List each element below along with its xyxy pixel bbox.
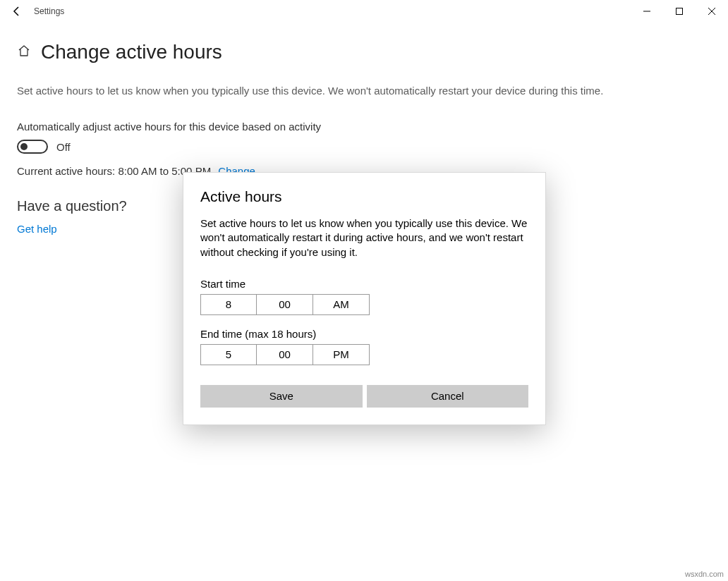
end-time-picker[interactable]: 5 00 PM: [200, 344, 528, 365]
end-ampm[interactable]: PM: [313, 344, 370, 365]
end-minute[interactable]: 00: [257, 344, 313, 365]
start-time-label: Start time: [200, 278, 528, 290]
titlebar: Settings: [0, 0, 728, 23]
start-ampm[interactable]: AM: [313, 294, 370, 315]
maximize-icon: [676, 8, 683, 15]
svg-rect-1: [677, 8, 683, 15]
close-button[interactable]: [696, 0, 728, 23]
cancel-button[interactable]: Cancel: [367, 385, 529, 408]
start-time-picker[interactable]: 8 00 AM: [200, 294, 528, 315]
save-button[interactable]: Save: [200, 385, 363, 408]
page-title: Change active hours: [41, 41, 222, 63]
end-time-label: End time (max 18 hours): [200, 328, 528, 340]
active-hours-dialog: Active hours Set active hours to let us …: [183, 172, 546, 425]
arrow-left-icon: [11, 6, 23, 17]
back-button[interactable]: [0, 0, 34, 23]
auto-adjust-label: Automatically adjust active hours for th…: [17, 121, 711, 133]
toggle-state-text: Off: [56, 141, 71, 153]
dialog-description: Set active hours to let us know when you…: [200, 216, 528, 259]
start-minute[interactable]: 00: [257, 294, 313, 315]
close-icon: [708, 8, 715, 15]
app-title: Settings: [34, 6, 64, 16]
minimize-icon: [643, 8, 650, 15]
end-hour[interactable]: 5: [200, 344, 257, 365]
minimize-button[interactable]: [631, 0, 663, 23]
home-icon[interactable]: [17, 44, 31, 61]
current-hours-text: Current active hours: 8:00 AM to 5:00 PM: [17, 165, 211, 177]
start-hour[interactable]: 8: [200, 294, 257, 315]
dialog-title: Active hours: [200, 188, 528, 205]
toggle-knob: [20, 143, 28, 150]
watermark: wsxdn.com: [685, 570, 724, 578]
window-controls: [631, 0, 728, 23]
page-description: Set active hours to let us know when you…: [17, 85, 711, 97]
maximize-button[interactable]: [663, 0, 696, 23]
auto-adjust-toggle[interactable]: [17, 140, 48, 154]
